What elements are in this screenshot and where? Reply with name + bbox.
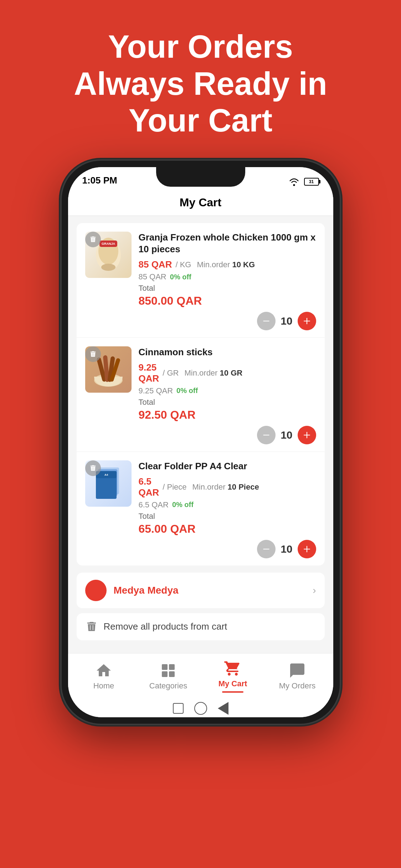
store-avatar [85,580,107,601]
total-price-folder: 65.00 QAR [139,522,316,536]
increment-button-folder[interactable] [298,540,316,558]
total-price-cinnamon: 92.50 QAR [139,408,316,422]
nav-item-home[interactable]: Home [72,662,136,691]
nav-label-myorders: My Orders [279,681,316,691]
item-info-folder: Clear Folder PP A4 Clear 6.5 QAR / Piece… [139,460,316,558]
discount-badge-chicken: 0% off [170,273,191,281]
page-title: My Cart [68,190,333,216]
nav-label-home: Home [93,681,114,691]
svg-rect-17 [263,549,269,549]
delete-button-cinnamon[interactable] [85,346,101,362]
svg-rect-5 [263,321,269,321]
hero-line3: Your Cart [129,103,272,138]
item-price-cinnamon: 9.25 QAR [139,362,159,384]
svg-text:GRANJA: GRANJA [101,242,115,246]
original-price-folder: 6.5 QAR [139,500,169,510]
item-name-cinnamon: Cinnamon sticks [139,346,316,358]
svg-rect-18 [162,664,168,670]
bottom-navigation: Home Categories [68,653,333,699]
quantity-controls-chicken: 10 [139,312,316,330]
remove-all-row[interactable]: Remove all products from cart [77,613,325,640]
discount-badge-cinnamon: 0% off [176,387,198,395]
quantity-value-folder: 10 [281,543,292,555]
min-order-chicken: Min.order 10 KG [197,260,255,269]
cart-icon [224,660,241,677]
increment-button-cinnamon[interactable] [298,426,316,444]
phone-screen: 1:05 PM 31 My Cart [68,167,333,717]
home-bar-square[interactable] [173,703,184,714]
nav-label-mycart: My Cart [219,679,247,688]
store-row[interactable]: Medya Medya › [77,573,325,608]
total-label-chicken: Total [139,284,316,293]
original-price-chicken: 85 QAR [139,272,166,281]
min-order-cinnamon: Min.order 10 GR [185,368,243,378]
cart-scroll-area[interactable]: GRANJA Granja Frozen whole Chicken 1000 … [68,216,333,653]
increment-button-chicken[interactable] [298,312,316,330]
home-bar-circle[interactable] [194,702,207,715]
wifi-icon [288,177,300,186]
orders-icon [289,662,306,679]
discount-row-chicken: 85 QAR 0% off [139,272,316,281]
price-row-folder: 6.5 QAR / Piece Min.order 10 Piece [139,476,316,498]
quantity-value-cinnamon: 10 [281,429,292,441]
item-unit-cinnamon: / GR [163,368,179,378]
decrement-button-chicken[interactable] [257,312,276,330]
battery-icon: 31 [304,178,319,186]
phone-mockup: 1:05 PM 31 My Cart [62,161,340,724]
decrement-button-folder[interactable] [257,540,276,558]
total-price-chicken: 850.00 QAR [139,294,316,308]
active-indicator [222,691,243,693]
item-price-folder: 6.5 QAR [139,476,159,498]
cart-item-folder: A4 Clear Folder PP A4 Clear 6.5 QAR [77,452,325,565]
cart-item-chicken: GRANJA Granja Frozen whole Chicken 1000 … [77,223,325,338]
home-icon [95,662,112,679]
price-row-chicken: 85 QAR / KG Min.order 10 KG [139,259,316,270]
discount-row-cinnamon: 9.25 QAR 0% off [139,386,316,396]
quantity-value-chicken: 10 [281,315,292,327]
nav-item-mycart[interactable]: My Cart [201,660,265,693]
total-label-cinnamon: Total [139,398,316,407]
svg-rect-11 [263,435,269,435]
item-unit-chicken: / KG [175,260,191,269]
item-image-container-chicken: GRANJA [85,232,132,278]
original-price-cinnamon: 9.25 QAR [139,386,173,396]
item-price-chicken: 85 QAR [139,259,172,270]
categories-icon [160,662,177,679]
quantity-controls-folder: 10 [139,540,316,558]
hero-line1: Your Orders [108,29,293,64]
nav-item-categories[interactable]: Categories [136,662,201,691]
decrement-button-cinnamon[interactable] [257,426,276,444]
svg-rect-19 [169,664,175,670]
item-name-folder: Clear Folder PP A4 Clear [139,460,316,472]
svg-text:A4: A4 [104,473,108,476]
delete-button-chicken[interactable] [85,232,101,247]
price-row-cinnamon: 9.25 QAR / GR Min.order 10 GR [139,362,316,384]
hero-line2: Always Ready in [74,66,327,102]
hero-heading: Your Orders Always Ready in Your Cart [38,0,363,161]
phone-notch [156,167,245,187]
svg-rect-20 [162,671,168,677]
store-name: Medya Medya [114,585,313,596]
total-label-folder: Total [139,512,316,521]
phone-frame: 1:05 PM 31 My Cart [62,161,340,724]
svg-point-4 [101,264,115,271]
remove-all-label: Remove all products from cart [104,621,227,632]
item-image-container-folder: A4 [85,460,132,507]
delete-button-folder[interactable] [85,460,101,476]
chevron-right-icon: › [313,585,316,596]
status-time: 1:05 PM [82,175,117,186]
quantity-controls-cinnamon: 10 [139,426,316,444]
item-info-chicken: Granja Frozen whole Chicken 1000 gm x 10… [139,232,316,331]
item-name-chicken: Granja Frozen whole Chicken 1000 gm x 10… [139,232,316,256]
cart-item-cinnamon: Cinnamon sticks 9.25 QAR / GR Min.order … [77,338,325,452]
item-image-container-cinnamon [85,346,132,393]
home-bar [68,699,333,717]
svg-rect-21 [169,671,175,677]
item-unit-folder: / Piece [163,482,186,492]
min-order-folder: Min.order 10 Piece [192,482,259,492]
nav-item-myorders[interactable]: My Orders [265,662,330,691]
home-bar-triangle[interactable] [218,702,228,715]
item-info-cinnamon: Cinnamon sticks 9.25 QAR / GR Min.order … [139,346,316,444]
cart-items-section: GRANJA Granja Frozen whole Chicken 1000 … [77,223,325,565]
status-icons: 31 [288,177,319,186]
